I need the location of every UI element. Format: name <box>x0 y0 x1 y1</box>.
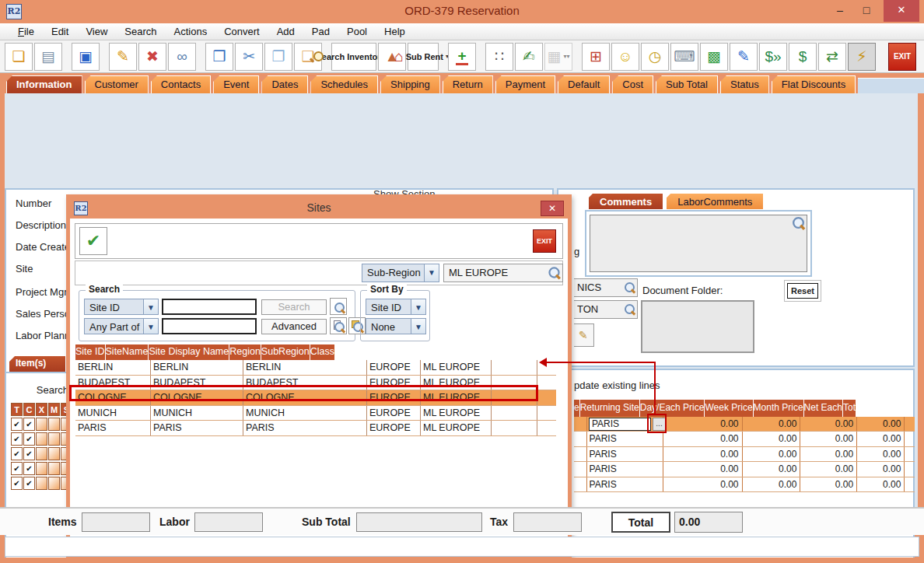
checkbox-checked[interactable]: ✔ <box>23 432 35 446</box>
advanced-value-input[interactable] <box>162 318 257 334</box>
exit-button[interactable]: EXIT <box>888 43 916 71</box>
edit-button[interactable]: ✎ <box>109 43 137 71</box>
menu-item[interactable]: File <box>9 23 43 40</box>
menu-item[interactable]: Actions <box>166 23 216 40</box>
person-search-icon-button[interactable] <box>330 298 347 315</box>
print-button[interactable]: ▤ <box>34 43 62 71</box>
checkbox-unchecked[interactable] <box>48 447 60 460</box>
magnifier-icon[interactable] <box>625 282 635 292</box>
checkbox-unchecked[interactable] <box>48 477 60 490</box>
sort-secondary-combo[interactable]: None ▼ <box>366 318 426 334</box>
smiley-button[interactable]: ☺ <box>611 43 639 71</box>
search-button[interactable]: Search <box>261 299 327 315</box>
match-mode-combo[interactable]: Any Part of ... ▼ <box>84 318 159 334</box>
comments-tab[interactable]: Comments <box>588 193 663 210</box>
comments-tab[interactable]: LaborComments <box>666 193 764 210</box>
group-query-button[interactable]: ∷ <box>485 43 513 71</box>
maximize-button[interactable]: □ <box>856 0 877 22</box>
checkbox-checked[interactable]: ✔ <box>23 477 35 490</box>
main-tab[interactable]: Customer <box>85 75 149 93</box>
checkbox-unchecked[interactable] <box>48 432 60 446</box>
keyboard-button[interactable]: ⌨ <box>670 43 698 71</box>
checkbox-checked[interactable]: ✔ <box>23 462 35 475</box>
search-inventory-button[interactable]: Search Inventory▾▾ <box>331 43 376 71</box>
org-chart-button[interactable]: ⊞ <box>582 43 610 71</box>
menu-item[interactable]: Pad <box>303 23 338 40</box>
cut-button[interactable]: ✂ <box>235 43 263 71</box>
subregion-filter-input[interactable]: ML EUROPE <box>443 264 563 282</box>
sub-rent-button[interactable]: ⌂Sub Rent▾▾ <box>408 43 439 71</box>
edit-button-clipped[interactable]: ✎ <box>574 323 594 347</box>
returning-site-input[interactable]: PARIS <box>589 418 651 431</box>
main-tab[interactable]: Event <box>213 75 259 93</box>
comments-textarea[interactable] <box>590 215 807 272</box>
chevron-down-icon[interactable]: ▼ <box>411 318 426 334</box>
blocks-button[interactable]: ▩ <box>700 43 728 71</box>
chevron-down-icon[interactable]: ▼ <box>143 299 159 315</box>
search-value-input[interactable] <box>162 299 257 315</box>
chevron-down-icon[interactable]: ▼ <box>411 299 426 315</box>
report-search-icon-button[interactable] <box>330 317 347 334</box>
main-tab[interactable]: Shipping <box>380 75 440 93</box>
find-button[interactable]: ∞ <box>168 43 196 71</box>
truck-button[interactable]: ⇄ <box>818 43 846 71</box>
paste-special-button[interactable]: ❒ <box>205 43 233 71</box>
search-field-combo[interactable]: Site ID ▼ <box>84 299 159 315</box>
checkbox-checked[interactable]: ✔ <box>11 477 23 490</box>
checkbox-checked[interactable]: ✔ <box>23 418 35 431</box>
magnifier-icon[interactable] <box>793 217 804 229</box>
add-item-button[interactable]: + <box>448 43 476 71</box>
main-tab[interactable]: Cost <box>612 75 653 93</box>
menu-item[interactable]: Edit <box>43 23 77 40</box>
sites-row[interactable]: PARIS PARIS PARIS EUROPE ML EUROPE <box>75 421 556 436</box>
main-tab[interactable]: Status <box>720 75 769 93</box>
checkbox-unchecked[interactable] <box>36 447 47 460</box>
main-tab[interactable]: Return <box>443 75 493 93</box>
sort-primary-combo[interactable]: Site ID ▼ <box>366 299 426 315</box>
checkbox-unchecked[interactable] <box>48 418 60 431</box>
menu-item[interactable]: Convert <box>215 23 268 40</box>
checkbox-unchecked[interactable] <box>36 432 47 446</box>
checkbox-unchecked[interactable] <box>36 418 47 431</box>
close-button[interactable]: ✕ <box>884 0 919 22</box>
subregion-combo[interactable]: Sub-Region ▼ <box>362 264 439 282</box>
checkbox-checked[interactable]: ✔ <box>11 462 23 475</box>
lines-edit-row[interactable]: 0.00 0.00 0.00 0.00 PARIS ... <box>574 417 915 432</box>
money-note-button[interactable]: $ <box>789 43 817 71</box>
main-tab[interactable]: Information <box>6 75 82 93</box>
main-tab[interactable]: Dates <box>261 75 308 93</box>
sites-row[interactable]: MUNICH MUNICH MUNICH EUROPE ML EUROPE <box>75 406 556 421</box>
checkbox-unchecked[interactable] <box>36 477 47 490</box>
menu-item[interactable]: View <box>77 23 116 40</box>
lines-row[interactable]: PARIS 0.00 0.00 0.00 0.00 <box>574 432 915 446</box>
main-tab[interactable]: Payment <box>495 75 555 93</box>
chevron-down-icon[interactable]: ▼ <box>424 264 439 282</box>
calendar-button[interactable]: ▦▾▾ <box>544 43 572 71</box>
checkbox-checked[interactable]: ✔ <box>23 447 35 460</box>
lines-row[interactable]: PARIS 0.00 0.00 0.00 0.00 <box>574 462 915 477</box>
main-tab[interactable]: Sub Total <box>656 75 718 93</box>
checkbox-unchecked[interactable] <box>36 462 47 475</box>
main-tab[interactable]: Contacts <box>151 75 211 93</box>
delete-button[interactable]: ✖ <box>138 43 166 71</box>
department-field[interactable]: TON <box>574 300 638 319</box>
minimize-button[interactable]: – <box>829 0 851 22</box>
main-tab[interactable]: Schedules <box>310 75 378 93</box>
new-document-button[interactable]: ❏ <box>5 43 33 71</box>
copy-button[interactable]: ❐ <box>264 43 292 71</box>
main-tab[interactable]: Default <box>558 75 610 93</box>
save-button[interactable]: ▣ <box>72 43 100 71</box>
accept-button[interactable]: ✔ <box>79 227 107 255</box>
magnifier-icon[interactable] <box>625 304 635 314</box>
menu-item[interactable]: Help <box>376 23 414 40</box>
magnifier-icon[interactable] <box>548 267 559 278</box>
sites-row[interactable]: BERLIN BERLIN BERLIN EUROPE ML EUROPE <box>75 360 556 376</box>
dialog-exit-button[interactable]: EXIT <box>533 229 556 253</box>
folder-clock-button[interactable]: ◷ <box>641 43 669 71</box>
checkbox-checked[interactable]: ✔ <box>11 447 23 460</box>
notes-button[interactable]: ✍ <box>515 43 543 71</box>
checkbox-checked[interactable]: ✔ <box>11 432 23 446</box>
division-field[interactable]: NICS <box>574 278 638 297</box>
lines-row[interactable]: PARIS 0.00 0.00 0.00 0.00 <box>574 477 915 492</box>
dialog-close-button[interactable]: ✕ <box>541 201 564 216</box>
